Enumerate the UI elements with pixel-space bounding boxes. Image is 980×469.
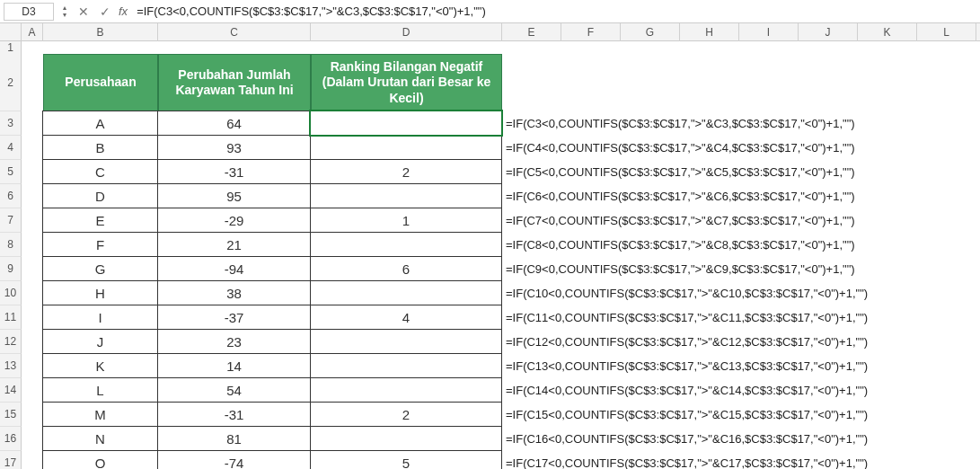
ranking-cell[interactable] [310, 280, 502, 305]
company-cell[interactable]: O [42, 450, 158, 469]
empty-cell[interactable] [502, 54, 960, 111]
company-cell[interactable]: N [42, 426, 158, 451]
neighbor-formula-text[interactable]: =IF(C3<0,COUNTIFS($C$3:$C$17,">"&C3,$C$3… [502, 111, 960, 136]
neighbor-formula-text[interactable]: =IF(C9<0,COUNTIFS($C$3:$C$17,">"&C9,$C$3… [502, 257, 960, 281]
ranking-cell[interactable]: 2 [310, 402, 502, 427]
change-cell[interactable]: -29 [157, 208, 311, 233]
row-header[interactable]: 9 [0, 257, 22, 281]
table-header-cell[interactable]: Perubahan Jumlah Karyawan Tahun Ini [158, 54, 311, 111]
empty-cell[interactable] [22, 136, 43, 160]
empty-cell[interactable] [43, 41, 158, 55]
empty-cell[interactable] [22, 233, 43, 257]
empty-cell[interactable] [22, 427, 43, 451]
name-box-stepper[interactable]: ▴ ▾ [59, 3, 70, 21]
company-cell[interactable]: J [42, 329, 158, 354]
empty-cell[interactable] [22, 257, 43, 281]
change-cell[interactable]: -74 [157, 450, 311, 469]
change-cell[interactable]: -31 [157, 402, 311, 427]
table-header-cell[interactable]: Perusahaan [43, 54, 158, 111]
company-cell[interactable]: C [42, 159, 158, 184]
row-header[interactable]: 5 [0, 160, 22, 184]
empty-cell[interactable] [22, 354, 43, 378]
change-cell[interactable]: -94 [157, 256, 311, 281]
fx-icon[interactable]: fx [119, 4, 128, 18]
ranking-cell[interactable] [310, 329, 502, 354]
neighbor-formula-text[interactable]: =IF(C12<0,COUNTIFS($C$3:$C$17,">"&C12,$C… [502, 330, 960, 354]
ranking-cell[interactable] [310, 377, 502, 403]
formula-input[interactable]: =IF(C3<0,COUNTIFS($C$3:$C$17,">"&C3,$C$3… [133, 4, 976, 18]
column-header[interactable]: I [739, 23, 799, 41]
change-cell[interactable]: -37 [157, 305, 311, 330]
empty-cell[interactable] [22, 403, 43, 427]
neighbor-formula-text[interactable]: =IF(C13<0,COUNTIFS($C$3:$C$17,">"&C13,$C… [502, 354, 960, 378]
column-header[interactable]: F [561, 23, 621, 41]
neighbor-formula-text[interactable]: =IF(C17<0,COUNTIFS($C$3:$C$17,">"&C17,$C… [502, 451, 960, 469]
change-cell[interactable]: 14 [157, 353, 311, 378]
company-cell[interactable]: I [42, 305, 158, 330]
empty-cell[interactable] [22, 451, 43, 469]
empty-cell[interactable] [22, 41, 43, 55]
ranking-cell[interactable] [310, 183, 502, 208]
change-cell[interactable]: 38 [157, 280, 311, 305]
ranking-cell[interactable]: 1 [310, 208, 502, 233]
change-cell[interactable]: 93 [157, 135, 311, 160]
ranking-cell[interactable]: 2 [310, 159, 502, 184]
table-header-cell[interactable]: Ranking Bilangan Negatif (Dalam Urutan d… [311, 54, 502, 111]
row-header[interactable]: 4 [0, 136, 22, 160]
neighbor-formula-text[interactable]: =IF(C5<0,COUNTIFS($C$3:$C$17,">"&C5,$C$3… [502, 160, 960, 184]
row-header[interactable]: 2 [0, 54, 22, 111]
empty-cell[interactable] [158, 41, 311, 55]
change-cell[interactable]: 23 [157, 329, 311, 354]
change-cell[interactable]: 81 [157, 426, 311, 451]
empty-cell[interactable] [22, 54, 43, 111]
ranking-cell[interactable] [310, 135, 502, 160]
company-cell[interactable]: B [42, 135, 158, 160]
neighbor-formula-text[interactable]: =IF(C8<0,COUNTIFS($C$3:$C$17,">"&C8,$C$3… [502, 233, 960, 257]
company-cell[interactable]: A [42, 111, 158, 136]
empty-cell[interactable] [22, 281, 43, 305]
row-header[interactable]: 1 [0, 41, 22, 55]
empty-cell[interactable] [22, 208, 43, 233]
column-header[interactable]: C [158, 23, 311, 41]
column-header[interactable]: E [502, 23, 561, 41]
company-cell[interactable]: G [42, 256, 158, 281]
neighbor-formula-text[interactable]: =IF(C11<0,COUNTIFS($C$3:$C$17,">"&C11,$C… [502, 305, 960, 330]
column-header[interactable]: B [43, 23, 158, 41]
company-cell[interactable]: H [42, 280, 158, 305]
empty-cell[interactable] [22, 378, 43, 403]
change-cell[interactable]: 95 [157, 183, 311, 208]
ranking-cell[interactable] [310, 353, 502, 378]
neighbor-formula-text[interactable]: =IF(C4<0,COUNTIFS($C$3:$C$17,">"&C4,$C$3… [502, 136, 960, 160]
empty-cell[interactable] [22, 305, 43, 330]
company-cell[interactable]: E [42, 208, 158, 233]
column-header[interactable]: D [311, 23, 502, 41]
row-header[interactable]: 15 [0, 403, 22, 427]
empty-cell[interactable] [22, 111, 43, 136]
name-box[interactable]: D3 [4, 3, 54, 21]
empty-cell[interactable] [502, 41, 960, 55]
company-cell[interactable]: D [42, 183, 158, 208]
change-cell[interactable]: 21 [157, 232, 311, 257]
change-cell[interactable]: -31 [157, 159, 311, 184]
select-all-corner[interactable] [0, 23, 22, 41]
cancel-formula-button[interactable]: ✕ [75, 4, 92, 19]
empty-cell[interactable] [22, 160, 43, 184]
neighbor-formula-text[interactable]: =IF(C16<0,COUNTIFS($C$3:$C$17,">"&C16,$C… [502, 427, 960, 451]
company-cell[interactable]: K [42, 353, 158, 378]
row-header[interactable]: 6 [0, 184, 22, 208]
neighbor-formula-text[interactable]: =IF(C7<0,COUNTIFS($C$3:$C$17,">"&C7,$C$3… [502, 208, 960, 233]
neighbor-formula-text[interactable]: =IF(C10<0,COUNTIFS($C$3:$C$17,">"&C10,$C… [502, 281, 960, 305]
ranking-cell[interactable] [310, 111, 502, 136]
ranking-cell[interactable] [310, 232, 502, 257]
row-header[interactable]: 7 [0, 208, 22, 233]
empty-cell[interactable] [22, 330, 43, 354]
row-header[interactable]: 14 [0, 378, 22, 403]
empty-cell[interactable] [311, 41, 502, 55]
company-cell[interactable]: M [42, 402, 158, 427]
row-header[interactable]: 3 [0, 111, 22, 136]
neighbor-formula-text[interactable]: =IF(C15<0,COUNTIFS($C$3:$C$17,">"&C15,$C… [502, 403, 960, 427]
row-header[interactable]: 17 [0, 451, 22, 469]
neighbor-formula-text[interactable]: =IF(C6<0,COUNTIFS($C$3:$C$17,">"&C6,$C$3… [502, 184, 960, 208]
column-header[interactable]: G [621, 23, 680, 41]
change-cell[interactable]: 64 [157, 111, 311, 136]
